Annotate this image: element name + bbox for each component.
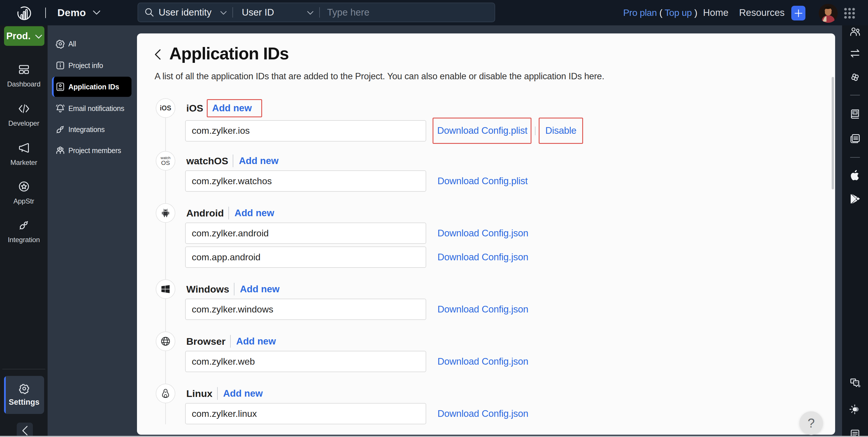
add-new-link-watchos[interactable]: Add new [239,155,279,166]
nav-resources[interactable]: Resources [739,0,785,25]
windows-icon [160,284,171,294]
app-row: com.zylker.windowsDownload Config.json [185,299,528,320]
az-book-icon[interactable]: A-Z [842,108,868,120]
chevron-down-icon [220,11,227,15]
project-name: Demo [57,7,86,19]
plan-badge[interactable]: Pro plan ( Top up ) [623,0,697,25]
app-grid-icon[interactable] [844,8,855,19]
apple-icon[interactable] [842,169,868,181]
add-new-link-browser[interactable]: Add new [236,336,276,347]
android-icon [160,208,171,218]
topup-link[interactable]: Top up [665,7,692,18]
environment-button[interactable]: Prod. [4,26,44,46]
help-button[interactable]: ? [799,411,823,435]
add-new-link-ios[interactable]: Add new [207,99,262,117]
chat-icon[interactable] [842,377,868,389]
rail-item-developer[interactable]: Developer [0,102,48,127]
app-id-field[interactable]: com.zylker.android [185,222,426,244]
app-id-field[interactable]: com.app.android [185,246,426,268]
project-switcher[interactable]: Demo [57,0,100,25]
app-id-field[interactable]: com.zylker.web [185,351,426,372]
sidebar-item-label: Project info [68,61,103,70]
download-config-link[interactable]: Download Config.plist [437,176,528,187]
rail-item-dashboard[interactable]: Dashboard [0,63,48,88]
collapse-sidebar-button[interactable] [17,423,33,437]
rail-item-appstr[interactable]: AppStr [0,180,48,205]
rail-item-label: Developer [0,119,48,127]
app-id-value: com.app.android [192,252,260,262]
platform-apps: com.zylker.windowsDownload Config.json [185,299,528,322]
platform-badge-ios: iOS [156,98,175,118]
gear-icon [4,382,44,395]
avatar[interactable] [819,4,838,23]
app-logo-icon[interactable] [17,6,32,21]
sidebar-item-integrations[interactable]: Integrations [52,119,136,139]
sidebar-item-application-ids[interactable]: Application IDs [52,77,131,97]
rail-item-integration[interactable]: Integration [0,219,48,244]
global-search[interactable]: User identity User ID Type here [137,3,495,22]
notes-icon[interactable] [842,133,868,145]
left-rail: Prod. DashboardDeveloperMarketerAppStrIn… [0,25,48,437]
download-config-link[interactable]: Download Config.json [437,304,528,315]
back-button[interactable] [152,49,164,61]
add-new-link-windows[interactable]: Add new [240,284,280,294]
screen-bottom-edge [0,436,868,437]
platform-header: Android Add new [186,203,274,223]
add-new-link-android[interactable]: Add new [235,208,274,218]
main-card: Application IDs A list of all the applic… [137,33,835,435]
action-divider [535,127,535,135]
id-card-icon [54,81,66,92]
download-config-link[interactable]: Download Config.json [437,356,528,367]
platform-header: iOS Add new [186,98,262,118]
download-config-link[interactable]: Download Config.json [437,408,528,419]
app-id-field[interactable]: com.zylker.ios [185,120,426,142]
download-config-link[interactable]: Download Config.json [437,228,528,239]
swap-icon[interactable] [842,47,868,59]
rail-item-marketer[interactable]: Marketer [0,142,48,167]
app-actions: Download Config.json [433,408,528,419]
sidebar-item-email-notifications[interactable]: Email notifications [52,98,136,119]
sidebar-item-label: Integrations [68,125,105,134]
app-actions: Download Config.json [433,252,528,262]
header-divider [228,207,229,219]
people-icon [52,145,66,156]
download-config-link[interactable]: Download Config.json [437,252,528,262]
app-row: com.zylker.androidDownload Config.json [185,222,528,244]
info-icon [52,60,66,71]
right-rail: A-Z [842,25,868,437]
app-id-field[interactable]: com.zylker.watchos [185,170,426,192]
sidebar-item-settings[interactable]: Settings [4,376,44,414]
app-id-field[interactable]: com.zylker.linux [185,403,426,424]
sidebar-item-all[interactable]: All [52,34,136,54]
plug-icon [52,124,66,135]
platform-name: Windows [186,284,229,295]
disable-link[interactable]: Disable [539,118,583,144]
scrollbar-thumb[interactable] [832,77,834,189]
search-category-select[interactable]: User identity [138,3,232,22]
gplay-icon[interactable] [842,193,868,205]
add-new-link-linux[interactable]: Add new [223,388,263,399]
chevron-down-icon [35,35,42,39]
clover-icon[interactable] [842,71,868,83]
download-config-link[interactable]: Download Config.plist [433,118,531,144]
platform-name: watchOS [186,155,228,167]
linux-icon [160,388,171,399]
platform-header: Browser Add new [186,332,276,351]
platform-name: Linux [186,388,213,399]
chevron-down-icon [307,11,313,15]
create-new-button[interactable] [791,6,805,21]
nav-home[interactable]: Home [703,0,728,25]
app-actions: Download Config.json [433,356,528,367]
app-actions: Download Config.json [433,228,528,239]
platform-header: watchOS Add new [186,151,279,170]
app-id-field[interactable]: com.zylker.windows [185,299,426,320]
brightness-icon[interactable] [842,403,868,415]
sidebar-item-project-info[interactable]: Project info [52,55,136,75]
sidebar-item-project-members[interactable]: Project members [52,141,136,161]
platform-header: Windows Add new [186,279,279,299]
sidebar-item-label: All [68,40,76,48]
users-icon[interactable] [842,26,868,38]
search-input[interactable]: Type here [320,3,369,22]
app-row: com.zylker.linuxDownload Config.json [185,403,528,424]
search-field-select[interactable]: User ID [233,3,319,22]
